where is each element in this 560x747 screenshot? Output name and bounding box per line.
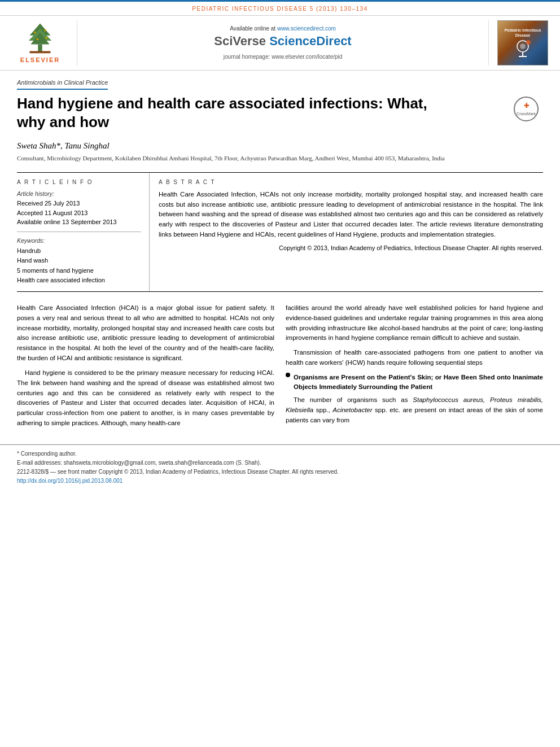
- keyword-3: 5 moments of hand hygiene: [17, 266, 141, 276]
- crossmark-container[interactable]: ✚ CrossMark: [509, 94, 543, 121]
- svg-point-7: [37, 38, 39, 41]
- abstract-text: Health Care Associated Infection, HCAIs …: [159, 190, 543, 240]
- body-columns: Health Care Associated Infection (HCAI) …: [17, 303, 543, 433]
- body-col1-para2: Hand hygiene is considered to be the pri…: [17, 368, 274, 429]
- corresponding-author-note: * Corresponding author.: [17, 449, 543, 458]
- svg-rect-1: [30, 51, 51, 54]
- authors: Sweta Shah*, Tanu Singhal: [17, 140, 543, 152]
- elsevier-wordmark: ELSEVIER: [20, 56, 60, 64]
- main-content: Antimicrobials in Clinical Practice Hand…: [0, 71, 560, 292]
- elsevier-tree-icon: [18, 21, 63, 55]
- sciverse-url-link[interactable]: www.sciencedirect.com: [277, 25, 336, 32]
- abstract-copyright: Copyright © 2013, Indian Academy of Pedi…: [159, 243, 543, 253]
- affiliation: Consultant, Microbiology Department, Kok…: [17, 154, 543, 163]
- keywords-label: Keywords:: [17, 237, 141, 245]
- keyword-4: Health care associated infection: [17, 276, 141, 286]
- abstract-col: A B S T R A C T Health Care Associated I…: [150, 173, 543, 291]
- branding-row: ELSEVIER Available online at www.science…: [0, 15, 560, 71]
- article-title: Hand hygiene and health care associated …: [17, 94, 427, 131]
- keyword-1: Handrub: [17, 246, 141, 256]
- bullet-text-1: Organisms are Present on the Patient's S…: [294, 373, 543, 392]
- doi-line: http://dx.doi.org/10.1016/j.pid.2013.08.…: [17, 477, 543, 486]
- crossmark-icon[interactable]: ✚ CrossMark: [514, 97, 539, 121]
- body-col-left: Health Care Associated Infection (HCAI) …: [17, 303, 274, 433]
- doi-link[interactable]: http://dx.doi.org/10.1016/j.pid.2013.08.…: [17, 478, 123, 484]
- info-abstract-row: A R T I C L E I N F O Article history: R…: [17, 172, 543, 292]
- title-row: Hand hygiene and health care associated …: [17, 94, 543, 134]
- organism-species-2: Acinetobacter: [333, 407, 372, 413]
- svg-point-8: [45, 37, 47, 40]
- pid-logo-box: Pediatric Infectious Disease: [497, 20, 548, 65]
- journal-title-header: PEDIATRIC INFECTIOUS DISEASE 5 (2013) 13…: [192, 6, 368, 12]
- issn-line: 2212-8328/$ — see front matter Copyright…: [17, 468, 543, 477]
- email-line: E-mail addresses: shahsweta.microbiology…: [17, 458, 543, 468]
- body-col1-para1: Health Care Associated Infection (HCAI) …: [17, 303, 274, 364]
- pid-logo-title: Pediatric Infectious Disease: [500, 28, 545, 38]
- abstract-title: A B S T R A C T: [159, 178, 543, 186]
- svg-point-6: [44, 29, 46, 32]
- crossmark-label: CrossMark: [517, 111, 536, 117]
- section-label: Antimicrobials in Clinical Practice: [17, 78, 108, 90]
- journal-header-bar: PEDIATRIC INFECTIOUS DISEASE 5 (2013) 13…: [0, 2, 560, 15]
- body-col2-para3: The number of organisms such as Staphylo…: [286, 395, 543, 425]
- bullet-dot-icon: [286, 373, 290, 377]
- body-section: Health Care Associated Infection (HCAI) …: [0, 303, 560, 433]
- svg-point-13: [526, 40, 531, 45]
- pid-logo: Pediatric Infectious Disease: [495, 20, 551, 65]
- elsevier-logo: ELSEVIER: [9, 20, 71, 65]
- article-info-title: A R T I C L E I N F O: [17, 178, 141, 186]
- sciverse-block: Available online at www.sciencedirect.co…: [77, 20, 489, 65]
- journal-homepage: journal homepage: www.elsevier.com/locat…: [224, 53, 343, 61]
- article-info-col: A R T I C L E I N F O Article history: R…: [17, 173, 150, 291]
- pid-logo-image-icon: [509, 38, 537, 58]
- svg-point-10: [520, 43, 526, 49]
- bullet-item-1: Organisms are Present on the Patient's S…: [286, 373, 543, 392]
- history-label: Article history:: [17, 190, 141, 198]
- sciencedirect-part: ScienceDirect: [269, 34, 352, 48]
- keyword-2: Hand wash: [17, 256, 141, 266]
- info-divider-1: [17, 231, 141, 232]
- sciverse-logo: SciVerse ScienceDirect: [214, 33, 351, 50]
- footer: * Corresponding author. E-mail addresses…: [0, 444, 560, 490]
- svg-point-5: [34, 32, 36, 34]
- accepted-date: Accepted 11 August 2013: [17, 208, 141, 218]
- available-online-text: Available online at www.sciencedirect.co…: [230, 25, 336, 33]
- sciverse-part: SciVerse: [214, 34, 266, 48]
- received-date: Received 25 July 2013: [17, 199, 141, 208]
- available-online-date: Available online 13 September 2013: [17, 217, 141, 227]
- body-col2-para1: facilities around the world already have…: [286, 303, 543, 343]
- author-names: Sweta Shah*, Tanu Singhal: [17, 141, 110, 150]
- body-col-right: facilities around the world already have…: [286, 303, 543, 433]
- body-col2-para2: Transmission of health care-associated p…: [286, 348, 543, 368]
